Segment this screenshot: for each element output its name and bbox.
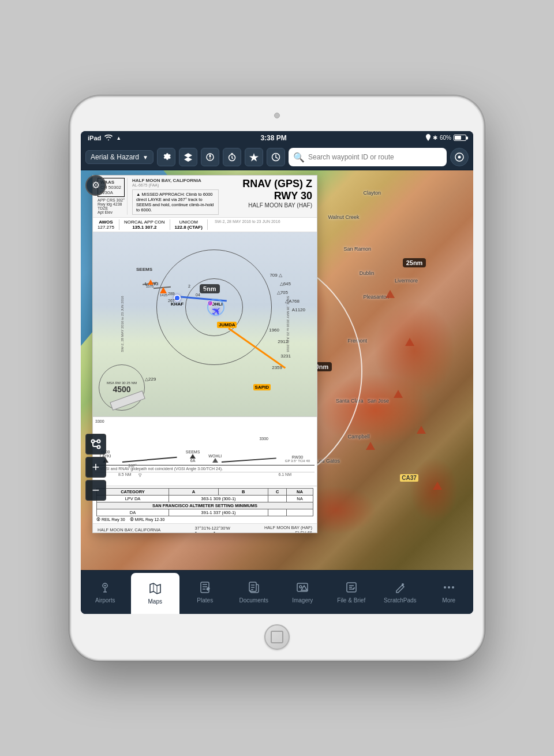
settings-circle-button[interactable] — [450, 148, 469, 166]
layki-triangle2: 1425 — [160, 287, 167, 297]
layers-button[interactable] — [179, 148, 197, 166]
search-input[interactable] — [308, 153, 442, 161]
waypoint-seems: SEEMS — [136, 267, 152, 272]
label-dublin: Dublin — [360, 270, 375, 276]
ipad-screen: iPad ▲ 3:38 PM ✱ 60% — [81, 131, 473, 614]
layki-triangle: 1075 — [148, 280, 154, 288]
label-walnut-creek: Walnut Creek — [328, 214, 359, 220]
profile-seems: SEEMS 6A — [186, 450, 200, 463]
battery-percent: 60% — [440, 135, 451, 141]
home-button[interactable] — [264, 624, 290, 650]
svg-point-17 — [448, 586, 450, 589]
wifi-icon — [104, 135, 113, 141]
left-controls: + − — [85, 434, 106, 501]
right-2912: 2912 — [278, 339, 288, 344]
hazard-marker-5 — [366, 442, 375, 450]
alt-right-1: 709 △ — [269, 273, 282, 278]
route-button[interactable] — [85, 434, 106, 455]
alt-229: △229 — [145, 377, 156, 382]
maps-label: Maps — [148, 598, 162, 605]
search-bar[interactable]: 🔍 — [289, 148, 447, 166]
label-fremont: Fremont — [347, 338, 367, 344]
plate-frequencies: AWOS 127.275 NORCAL APP CON 135.1 307.2 … — [93, 218, 317, 232]
svg-point-9 — [104, 584, 106, 586]
compass-button[interactable] — [201, 148, 219, 166]
waypoint-jumda: JUMDA — [217, 322, 237, 328]
tab-file-brief[interactable]: File & Brief — [327, 571, 376, 614]
label-clayton: Clayton — [364, 190, 381, 196]
missed-approach: ▲ MISSED APPROACH: Climb to 6000 direct … — [132, 189, 219, 215]
star-button[interactable] — [245, 148, 263, 166]
map-type-label: Aerial & Hazard — [91, 153, 139, 161]
hazard-marker-3 — [394, 390, 403, 398]
scratchpads-icon — [394, 581, 406, 595]
svg-point-4 — [458, 156, 461, 159]
bearing-289: 289 — [168, 292, 175, 296]
plate-minimums-section: CATEGORY A B C NA LPV DA 363-1 309 (300-… — [93, 486, 317, 523]
timer-button[interactable] — [223, 148, 241, 166]
scratchpads-label: ScratchPads — [384, 597, 417, 604]
tab-imagery[interactable]: Imagery — [278, 571, 327, 614]
svg-point-15 — [402, 583, 404, 586]
plate-lighting: ⦿ REIL Rwy 30 ⦿ MIRL Rwy 12-30 — [96, 517, 313, 522]
imagery-label: Imagery — [292, 597, 313, 604]
clock-button[interactable] — [267, 148, 285, 166]
plate-footer: HALF MOON BAY, CALIFORNIA Orig-B 27JUN13… — [93, 523, 317, 533]
hazard-marker-4 — [417, 426, 426, 434]
more-label: More — [442, 597, 455, 604]
battery-icon — [454, 135, 466, 141]
location-icon — [426, 134, 431, 142]
right-2359: 2359 — [272, 365, 282, 370]
alt-5nm-label: 5A — [203, 289, 208, 293]
maps-icon — [149, 582, 162, 597]
alt-right-2: △645 — [280, 281, 291, 286]
profile-dist1: 8.5 NM — [118, 472, 132, 476]
toolbar: Aerial & Hazard ▼ — [81, 145, 473, 170]
signal-icon: ▲ — [116, 135, 121, 141]
svg-point-16 — [444, 586, 446, 589]
right-1960: 1960 — [269, 327, 279, 333]
plate-overlay: WAAS CH 50302 W30A APP CRS 302° Rwy ldg … — [92, 175, 317, 533]
profile-rw30: RW30 GP 3.5° TCH 40 — [285, 455, 310, 463]
map-area[interactable]: Mill Valley Rafael San Pablo Richmond El… — [81, 170, 473, 570]
alt-2: 2 — [188, 284, 190, 288]
plate-title-area: RNAV (GPS) Z RWY 30 HALF MOON BAY (HAF) — [226, 178, 312, 208]
plate-title: RNAV (GPS) Z RWY 30 — [226, 178, 312, 202]
tab-documents[interactable]: Documents — [230, 571, 279, 614]
status-time: 3:38 PM — [260, 134, 286, 142]
label-san-ramon: San Ramon — [344, 246, 372, 252]
map-type-selector[interactable]: Aerial & Hazard ▼ — [85, 150, 154, 164]
label-santa-clara: Santa Clara — [336, 398, 364, 404]
tab-scratchpads[interactable]: ScratchPads — [376, 571, 425, 614]
plate-subtitle: HALF MOON BAY (HAF) — [226, 202, 312, 208]
front-camera — [274, 113, 280, 118]
bluetooth-icon: ✱ — [433, 135, 437, 141]
profile-dist2: 6.1 NM — [278, 472, 291, 476]
status-right: ✱ 60% — [426, 134, 466, 142]
plate-map-section: SW-2, 28 MAY 2016 to 23 JUN 2016 SW-2, 2… — [93, 232, 317, 417]
svg-rect-10 — [201, 582, 209, 593]
waypoint-sapid: SAPID — [253, 384, 271, 390]
minimums-table: CATEGORY A B C NA LPV DA 363-1 309 (300-… — [96, 488, 313, 516]
distance-badge-25nm: 25nm — [403, 258, 426, 267]
file-brief-icon — [345, 581, 358, 595]
settings-button[interactable] — [157, 148, 175, 166]
zoom-out-button[interactable]: − — [85, 480, 106, 501]
tab-airports[interactable]: Airports — [81, 571, 130, 614]
dropdown-arrow-icon: ▼ — [143, 154, 148, 161]
plates-icon — [199, 581, 211, 595]
plate-profile-section: 6000 LAYKI 267° ▽ SEEMS — [93, 417, 317, 486]
tab-more[interactable]: More — [425, 571, 474, 614]
tab-plates[interactable]: Plates — [181, 571, 230, 614]
plate-header: WAAS CH 50302 W30A APP CRS 302° Rwy ldg … — [93, 176, 317, 218]
hazard-marker-2 — [405, 338, 414, 346]
tab-maps[interactable]: Maps — [131, 573, 180, 614]
zoom-in-button[interactable]: + — [85, 457, 106, 478]
airports-icon — [99, 581, 111, 595]
map-settings-button[interactable]: ⚙ — [85, 175, 106, 196]
profile-wohli: WOHLI — [208, 454, 222, 463]
footer-location: HALF MOON BAY, CALIFORNIA — [98, 527, 160, 532]
more-icon — [443, 581, 455, 595]
label-livermore: Livermore — [395, 278, 418, 284]
documents-icon — [248, 581, 260, 595]
